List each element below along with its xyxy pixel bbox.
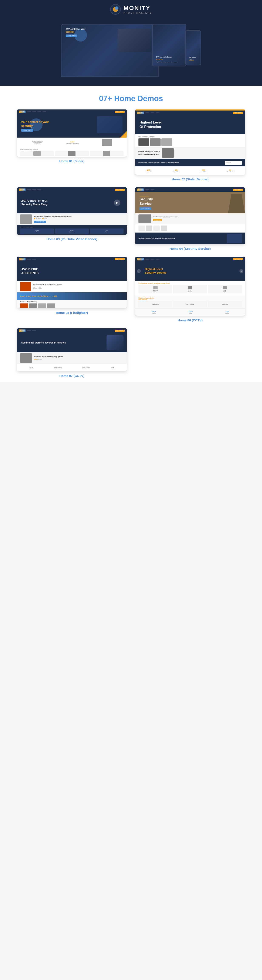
home04-aim-img (227, 234, 242, 243)
service-img-2 (150, 138, 161, 146)
tablet-screen: 24/7 control of yoursecurity. Excellent … (153, 24, 186, 66)
home05-services-bottom: Services We're Offering (17, 300, 127, 309)
home03-nav-btn[interactable]: GET A QUOTE (115, 189, 125, 191)
demos-title-main: 07+ Home (99, 94, 135, 103)
srv-item-3: FireAlarm (90, 229, 123, 234)
h04-link-1 (145, 189, 149, 190)
home05-fire: Excellent Fire & Rescue Services System … (17, 281, 127, 293)
demo-card-home07: MONITY GET A QUOTE Security for workers … (17, 328, 127, 377)
home03-srv-grid: FingerPrint CCTVInstallation FireAlarm (20, 229, 123, 234)
home01-hero-btn[interactable]: LEARN MORE (21, 129, 33, 132)
home01-stat-solutions: Excellent solutionsand services forsecur… (32, 140, 43, 145)
icon-sm-2 (146, 226, 152, 231)
header: MONITY PROOF MASTERS (0, 0, 262, 19)
home04-hero: Security Service Security Service LEARN … (135, 192, 245, 213)
h07-link-2 (32, 330, 36, 331)
demo-preview-home01[interactable]: MONITY GET A QUOTE 24/7 control of your (17, 110, 127, 157)
home06-nav: MONITY GET A QUOTE (135, 257, 245, 261)
home05-nav-btn[interactable]: GET A QUOTE (115, 258, 125, 260)
home04-service-icons (135, 224, 245, 232)
home02-will-make-img (162, 148, 174, 158)
home02-protect-input[interactable]: Enter email... (225, 161, 242, 165)
nav-link-1 (27, 111, 31, 112)
demo-preview-home05[interactable]: MONITY GET A QUOTE AVOID FIRE ACCIDENTS (17, 257, 127, 309)
home06-hero: ‹ Highest Level Security Service › (135, 261, 245, 281)
nav-link-3 (38, 111, 41, 112)
home04-hero-content: Security Service Security Service LEARN … (139, 196, 153, 210)
h6-stat-2: 325+ Clients (188, 310, 193, 314)
home01-hero-text: 24/7 control of your security. LEARN MOR… (21, 120, 49, 132)
home06-label: Home 06 (CCTV) (178, 318, 203, 322)
home03-nav-logo: MONITY (19, 188, 25, 191)
home06-nav-logo: MONITY (137, 258, 144, 261)
home05-fire-suppression: FIRE FIRE SUPPRESSION — HOM (17, 293, 127, 300)
h07-link-1 (27, 330, 31, 331)
home02-hero-text: Highest Level Of Protection (139, 120, 162, 129)
home01-stat-image (102, 139, 112, 146)
home06-arrow-right[interactable]: › (240, 269, 243, 273)
home02-will-make: We will make your home &business complet… (135, 147, 245, 159)
h6-product-1: Finger PrintAccess (139, 285, 172, 293)
home06-nav-btn[interactable]: GET A QUOTE (233, 258, 243, 260)
home01-stat-installations: 471+ Successful Installation (66, 141, 79, 144)
home02-nav-logo: MONITY (137, 111, 144, 114)
home04-nav: MONITY GET A QUOTE (135, 188, 245, 192)
icon-sm-1 (139, 226, 145, 231)
demo-preview-home03[interactable]: MONITY GET A QUOTE 24/7 Control of Your … (17, 188, 127, 235)
home06-stats: 467+ Projects 325+ Clients 236 Awards (135, 309, 245, 316)
product-img-1 (153, 286, 158, 290)
demo-preview-home04[interactable]: MONITY GET A QUOTE Security Service Secu… (135, 188, 245, 244)
home01-stats: Excellent solutionsand services forsecur… (17, 138, 127, 147)
home03-hero: 24/7 Control of Your Security Made Easy.… (17, 192, 127, 213)
home06-products-heading: Professional security services you can t… (139, 282, 242, 284)
home04-magnif-btn[interactable]: READ MORE (153, 219, 162, 221)
demo-preview-home06[interactable]: MONITY GET A QUOTE ‹ Highest Level Secur (135, 257, 245, 316)
home07-nav-btn[interactable]: GET A QUOTE (115, 330, 125, 332)
home02-stat2: 30k Happy Clients (173, 169, 180, 172)
home06-arrow-left[interactable]: ‹ (137, 269, 141, 273)
demo-preview-home07[interactable]: MONITY GET A QUOTE Security for workers … (17, 328, 127, 371)
page-footer (0, 382, 262, 386)
product-text-2: CCTVCamera (188, 290, 192, 293)
h6-stat-1: 467+ Projects (152, 310, 156, 314)
brand-tagline: PROOF MASTERS (123, 11, 152, 14)
home04-nav-btn[interactable]: GET A QUOTE (233, 189, 243, 191)
home07-protect-img (20, 353, 32, 363)
home01-solutions-label: Excellent solutionsand services forsecur… (32, 140, 43, 145)
tablet-hero-text: 24/7 control of yoursecurity. (156, 56, 183, 60)
home04-nav-logo: MONITY (137, 188, 144, 191)
product-img-2 (188, 286, 192, 290)
srv-item-2: CCTVInstallation (55, 229, 89, 234)
home04-magnif-text: Magnificent services gives you an edge. (153, 216, 177, 218)
demos-title-highlight: Demos (137, 94, 163, 103)
demos-section-title: 07+ Home Demos (13, 94, 249, 103)
nav-link-2 (32, 111, 36, 112)
h06-link-3 (156, 259, 159, 259)
home04-hero-btn[interactable]: LEARN MORE (139, 207, 152, 210)
home04-person-img (228, 194, 245, 213)
product-text-1: Finger PrintAccess (153, 290, 158, 293)
home01-nav-links (27, 111, 113, 112)
home01-awesome: Awesome security services. (17, 147, 127, 157)
home03-hero-btn[interactable]: LEARN MORE (34, 221, 46, 223)
laptop-hero-btn[interactable]: LEARN MORE (66, 35, 77, 37)
h03-link-1 (27, 189, 31, 190)
brand-1: Finda (30, 367, 33, 369)
demo-card-home05: MONITY GET A QUOTE AVOID FIRE ACCIDENTS (17, 257, 127, 322)
demo-card-home03: MONITY GET A QUOTE 24/7 Control of Your … (17, 188, 127, 250)
srv-img-4 (47, 304, 55, 308)
home04-magnif: Magnificent services gives you an edge. … (135, 213, 245, 224)
home03-services-bottom: Our awesome services FingerPrint CCTVIns… (17, 225, 127, 235)
home02-nav-btn[interactable]: GET A QUOTE (233, 112, 243, 114)
service-img-3 (161, 138, 172, 146)
home03-play-button[interactable]: ▶ (114, 199, 120, 206)
svg-point-2 (115, 6, 118, 10)
home01-hero-h1: 24/7 control of your security. (21, 120, 49, 128)
logo-area: MONITY PROOF MASTERS (110, 4, 152, 15)
home05-fire-content: Excellent Fire & Rescue Services System … (33, 284, 62, 290)
icon-sm-4 (161, 226, 167, 231)
laptop-hero-highlight: security. (66, 31, 74, 33)
home01-nav-btn[interactable]: GET A QUOTE (115, 111, 125, 113)
demo-preview-home02[interactable]: MONITY GET A QUOTE Highest Level Of Prot… (135, 110, 245, 175)
home05-services-heading: Services We're Offering (20, 301, 123, 302)
